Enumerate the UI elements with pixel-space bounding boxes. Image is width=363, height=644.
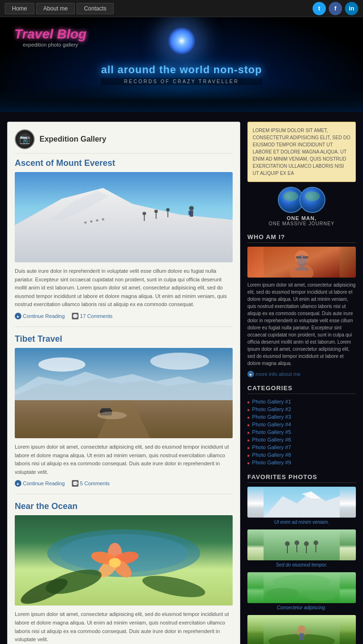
category-link-3[interactable]: Photo Gallery #3: [252, 414, 291, 420]
category-link-2[interactable]: Photo Gallery #2: [252, 406, 291, 412]
svg-point-39: [295, 250, 308, 264]
svg-point-34: [109, 558, 121, 567]
comments-everest[interactable]: 17 Comments: [72, 313, 112, 319]
top-navigation: Home About me Contacts t f in: [0, 0, 363, 17]
category-item: Photo Gallery #9: [247, 459, 356, 466]
nav-links: Home About me Contacts: [5, 3, 114, 14]
continue-reading-tibet[interactable]: Continue Reading: [15, 480, 65, 487]
camera-icon: 📷: [15, 129, 35, 149]
nav-home[interactable]: Home: [5, 3, 34, 14]
post-image-tibet: [15, 348, 233, 438]
category-link-8[interactable]: Photo Gallery #8: [252, 452, 291, 458]
globe-caption: ONE MAN, ONE MASSIVE JOURNEY: [247, 215, 356, 226]
fav-item-3: Consectetur adipiscing.: [247, 572, 356, 610]
fav-item-2: Sed do eiusmod tempor.: [247, 529, 356, 567]
svg-point-40: [290, 264, 314, 278]
favorites-heading: FAVORITES PHOTOS: [247, 473, 356, 483]
section-title: Expedition Gallery: [39, 135, 106, 144]
svg-rect-41: [296, 256, 302, 259]
profile-photo: [247, 247, 356, 278]
header-banner: Travel Blog expedition photo gallery all…: [0, 17, 363, 112]
post-body-ocean: Lorem ipsum dolor sit amet, consectetur …: [15, 610, 233, 644]
category-link-9[interactable]: Photo Gallery #9: [252, 460, 291, 465]
twitter-icon[interactable]: t: [313, 2, 326, 15]
fav-caption-1: Ut enim ad minim veniam.: [247, 519, 356, 525]
post-footer-tibet: Continue Reading 5 Comments: [15, 480, 233, 487]
svg-point-23: [97, 412, 127, 419]
globe-right: [299, 187, 325, 213]
svg-point-9: [189, 206, 194, 211]
categories-heading: CATEGORIES: [247, 384, 356, 394]
svg-point-56: [273, 575, 330, 589]
categories-list: Photo Gallery #1 Photo Gallery #2 Photo …: [247, 398, 356, 466]
globe-widget: ONE MAN, ONE MASSIVE JOURNEY: [247, 187, 356, 226]
who-am-i-heading: WHO AM I?: [247, 233, 356, 243]
earth-glow: [63, 84, 301, 112]
category-item: Photo Gallery #4: [247, 421, 356, 428]
categories-section: CATEGORIES Photo Gallery #1 Photo Galler…: [247, 384, 356, 466]
nav-about[interactable]: About me: [36, 3, 75, 14]
logo-title: Travel Blog: [14, 27, 87, 42]
social-icons: t f in: [313, 2, 358, 15]
facebook-icon[interactable]: f: [329, 2, 342, 15]
category-link-7[interactable]: Photo Gallery #7: [252, 444, 291, 450]
category-link-4[interactable]: Photo Gallery #4: [252, 422, 291, 427]
main-headline: all around the world non-stop: [101, 64, 262, 76]
banner-subtext: RECORDS OF CRAZY TRAVELLER: [101, 78, 262, 85]
post-everest: Ascent of Mount Everest: [15, 158, 233, 319]
category-item: Photo Gallery #5: [247, 428, 356, 436]
category-item: Photo Gallery #6: [247, 436, 356, 443]
fav-caption-3: Consectetur adipiscing.: [247, 605, 356, 610]
svg-rect-22: [101, 408, 111, 412]
comment-icon: [72, 313, 78, 319]
more-info-link[interactable]: more info about me: [247, 371, 356, 377]
article-header: 📷 Expedition Gallery: [15, 129, 233, 154]
continue-reading-everest[interactable]: Continue Reading: [15, 313, 65, 319]
quote-text: LOREM IPSUM DOLOR SIT AMET, CONSECTETUR …: [253, 128, 351, 176]
svg-point-58: [306, 591, 335, 601]
linkedin-icon[interactable]: in: [345, 2, 358, 15]
svg-point-12: [84, 221, 87, 223]
more-arrow-icon: [247, 371, 254, 377]
svg-point-53: [314, 540, 318, 545]
arrow-icon-tibet: [15, 480, 21, 487]
about-text: Lorem ipsum dolor sit amet, consectetur …: [247, 281, 356, 367]
category-item: Photo Gallery #3: [247, 413, 356, 421]
svg-point-49: [294, 540, 299, 545]
svg-rect-42: [303, 256, 308, 259]
svg-point-57: [266, 588, 299, 599]
category-link-5[interactable]: Photo Gallery #5: [252, 429, 291, 435]
svg-point-15: [102, 218, 104, 220]
svg-point-5: [154, 210, 157, 213]
svg-point-13: [90, 221, 92, 222]
logo-area: Travel Blog expedition photo gallery: [14, 27, 87, 48]
nav-contacts[interactable]: Contacts: [77, 3, 113, 14]
svg-point-47: [285, 541, 290, 546]
fav-item-1: Ut enim ad minim veniam.: [247, 487, 356, 525]
arrow-icon: [15, 313, 21, 319]
banner-headline: all around the world non-stop RECORDS OF…: [101, 64, 262, 85]
who-am-i-section: WHO AM I?: [247, 233, 356, 377]
fav-photo-mountain[interactable]: [247, 487, 356, 518]
fav-photo-person[interactable]: [247, 615, 356, 644]
svg-point-3: [143, 212, 146, 215]
glow-orb: [167, 27, 196, 55]
svg-point-25: [150, 353, 209, 370]
favorites-section: FAVORITES PHOTOS Ut enim ad minim veniam…: [247, 473, 356, 644]
category-item: Photo Gallery #8: [247, 451, 356, 459]
fav-photo-field[interactable]: [247, 572, 356, 603]
svg-point-51: [304, 541, 309, 546]
category-link-6[interactable]: Photo Gallery #6: [252, 437, 291, 442]
fav-caption-2: Sed do eiusmod tempor.: [247, 562, 356, 567]
comment-icon-tibet: [72, 480, 78, 487]
svg-rect-46: [264, 529, 340, 560]
category-item: Photo Gallery #1: [247, 398, 356, 405]
comments-tibet[interactable]: 5 Comments: [72, 480, 109, 487]
post-image-everest: [15, 172, 233, 262]
post-tibet: Tibet Travel: [15, 334, 233, 487]
category-item: Photo Gallery #7: [247, 443, 356, 451]
fav-photo-group[interactable]: [247, 529, 356, 560]
article-box: 📷 Expedition Gallery Ascent of Mount Eve…: [7, 122, 240, 644]
category-link-1[interactable]: Photo Gallery #1: [252, 399, 291, 404]
post-title-everest: Ascent of Mount Everest: [15, 158, 233, 168]
